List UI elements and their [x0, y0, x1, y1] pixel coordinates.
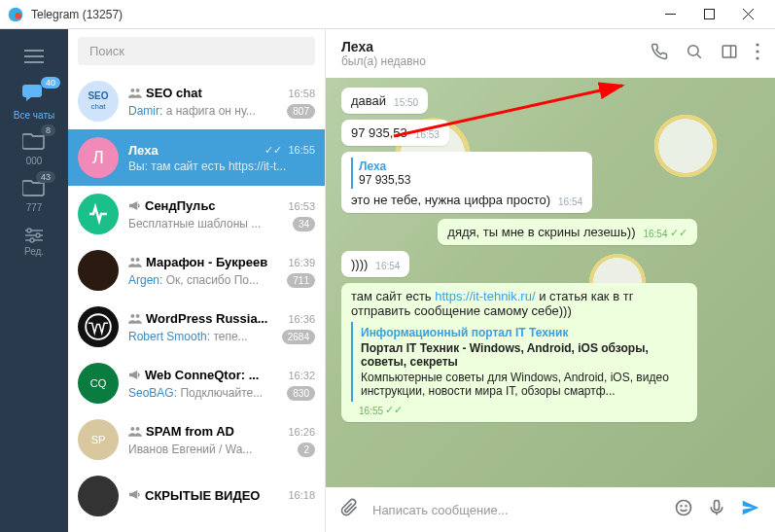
rail-badge: 40	[41, 77, 60, 89]
svg-point-16	[688, 46, 699, 56]
svg-point-3	[27, 229, 31, 232]
svg-point-7	[136, 88, 140, 91]
message-time: 15:50	[394, 97, 418, 108]
avatar: SEOchat	[78, 81, 119, 122]
chat-preview: Damir: а нафига он ну...	[128, 104, 281, 118]
message-link[interactable]: https://it-tehnik.ru/	[435, 289, 535, 303]
avatar: CQ	[78, 363, 119, 404]
messages-area[interactable]: давай15:5097 935,5316:53Леха97 935,53это…	[326, 78, 775, 487]
message-incoming[interactable]: 97 935,5316:53	[341, 120, 697, 146]
svg-point-1	[15, 13, 21, 19]
side-panel-button[interactable]	[721, 43, 738, 64]
message-time: 16:54	[643, 229, 667, 239]
svg-point-9	[136, 257, 140, 261]
window-title: Telegram (13257)	[31, 8, 651, 21]
close-button[interactable]	[728, 0, 767, 29]
chat-name: СКРЫТЫЕ ВИДЕО	[145, 488, 284, 503]
message-input[interactable]: Написать сообщение...	[372, 503, 660, 517]
svg-point-18	[756, 43, 758, 46]
conversation-header[interactable]: Леха был(а) недавно	[326, 29, 775, 78]
message-text: там сайт есть https://it-tehnik.ru/ и ст…	[351, 289, 633, 318]
avatar	[78, 306, 119, 347]
chat-name: WordPress Russia...	[146, 311, 284, 326]
message-text: это не тебе, нужна цифра просто)	[351, 193, 550, 207]
message-text: ))))	[351, 257, 368, 271]
chat-time: 16:53	[288, 200, 315, 212]
minimize-button[interactable]	[651, 0, 689, 29]
chat-time: 16:32	[288, 370, 315, 381]
search-in-chat-button[interactable]	[686, 43, 703, 64]
conversation-title: Леха	[341, 39, 651, 54]
chat-list-item[interactable]: СКРЫТЫЕ ВИДЕО16:18	[68, 468, 325, 524]
chat-name: Марафон - Букреев	[146, 255, 284, 269]
send-button[interactable]	[740, 497, 761, 522]
channel-icon	[128, 197, 141, 215]
chat-preview: SeoBAG: Подключайте...	[128, 386, 281, 400]
chat-list-item[interactable]: ЛЛеха✓✓16:55Вы: там сайт есть https://it…	[68, 129, 325, 186]
message-incoming[interactable]: Леха97 935,53это не тебе, нужна цифра пр…	[341, 152, 697, 213]
conversation-panel: Леха был(а) недавно давай15:5097 935,531…	[326, 29, 775, 532]
chat-time: 16:58	[288, 88, 315, 99]
call-button[interactable]	[651, 43, 668, 64]
read-checks-icon: ✓✓	[385, 404, 403, 415]
svg-point-4	[36, 233, 40, 237]
svg-point-14	[130, 426, 134, 430]
svg-point-15	[136, 426, 140, 430]
chat-list: SEOchatSEO chat16:58Damir: а нафига он н…	[68, 73, 325, 532]
chat-list-item[interactable]: SPSPAM from AD16:26Иванов Евгений / Wa..…	[68, 411, 325, 468]
avatar: SP	[78, 419, 119, 460]
chat-name: Web ConneQtor: ...	[145, 368, 284, 382]
avatar	[78, 250, 119, 291]
rail-all-chats[interactable]: 40 Все чаты	[0, 78, 68, 124]
chat-list-item[interactable]: WordPress Russia...16:36Robert Smooth: т…	[68, 299, 325, 355]
read-checks-icon: ✓✓	[264, 144, 282, 157]
message-incoming[interactable]: ))))16:54	[341, 251, 697, 277]
message-outgoing[interactable]: дядя, ты мне в скрины лезешь))16:54✓✓	[341, 219, 697, 245]
message-time: 16:54	[558, 196, 582, 207]
emoji-button[interactable]	[674, 498, 693, 521]
unread-badge: 34	[293, 217, 315, 231]
link-preview-card[interactable]: Информационный портал IT ТехникПортал IT…	[351, 322, 687, 402]
chat-name: СендПульс	[145, 198, 284, 213]
title-bar: Telegram (13257)	[0, 0, 775, 29]
svg-point-13	[136, 313, 140, 317]
chat-time: 16:26	[288, 426, 315, 438]
maximize-button[interactable]	[689, 0, 728, 29]
message-text: дядя, ты мне в скрины лезешь))	[447, 225, 635, 239]
more-button[interactable]	[756, 43, 759, 64]
avatar	[78, 194, 119, 234]
chat-list-item[interactable]: Марафон - Букреев16:39Argen: Ок, спасибо…	[68, 242, 325, 299]
message-text: давай	[351, 93, 386, 108]
chat-preview: Argen: Ок, спасибо По...	[128, 273, 281, 287]
search-input[interactable]: Поиск	[78, 37, 315, 65]
unread-badge: 807	[287, 104, 315, 119]
rail-badge: 8	[41, 124, 55, 136]
chat-preview: Вы: там сайт есть https://it-t...	[128, 160, 315, 173]
svg-point-8	[130, 257, 134, 261]
rail-folder-2[interactable]: 43 777	[0, 171, 68, 218]
message-outgoing[interactable]: там сайт есть https://it-tehnik.ru/ и ст…	[341, 283, 697, 422]
chat-list-item[interactable]: СендПульс16:53Бесплатные шаблоны ...34	[68, 186, 325, 242]
rail-edit[interactable]: Ред.	[0, 218, 68, 265]
rail-folder-1[interactable]: 8 000	[0, 124, 68, 171]
unread-badge: 830	[287, 386, 315, 401]
voice-button[interactable]	[707, 498, 726, 521]
attach-button[interactable]	[339, 498, 359, 521]
chat-preview: Бесплатные шаблоны ...	[128, 217, 287, 231]
svg-point-21	[677, 501, 691, 515]
message-incoming[interactable]: давай15:50	[341, 88, 697, 114]
rail-label: 777	[26, 202, 43, 213]
telegram-logo-icon	[8, 7, 23, 22]
chat-name: SEO chat	[146, 86, 284, 100]
chat-list-item[interactable]: SEOchatSEO chat16:58Damir: а нафига он н…	[68, 73, 325, 129]
menu-button[interactable]	[0, 35, 68, 78]
read-checks-icon: ✓✓	[670, 227, 687, 238]
chat-list-item[interactable]: CQWeb ConneQtor: ...16:32SeoBAG: Подключ…	[68, 355, 325, 411]
svg-rect-17	[722, 46, 736, 57]
svg-point-20	[756, 56, 758, 59]
svg-point-19	[756, 50, 758, 53]
avatar: Л	[78, 137, 119, 178]
message-text: 97 935,53	[351, 125, 407, 140]
avatar	[78, 476, 119, 516]
chat-preview: Robert Smooth: тепе...	[128, 330, 276, 343]
